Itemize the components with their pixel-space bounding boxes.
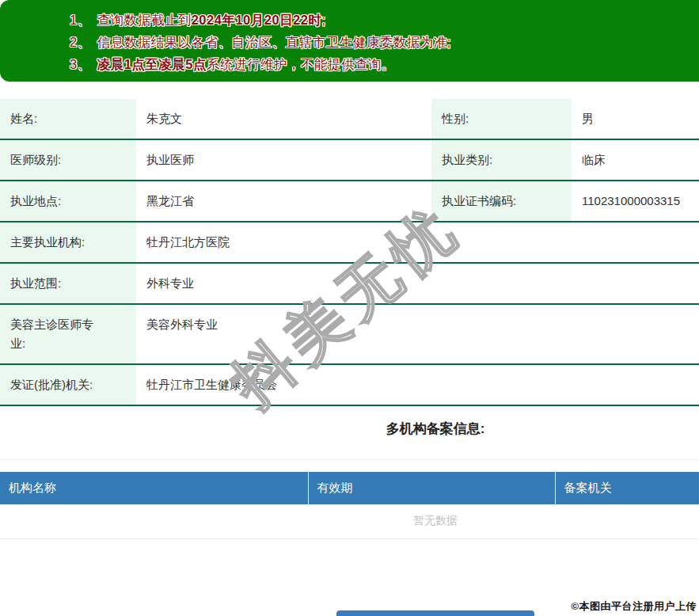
field-value-issuing-authority: 牡丹江市卫生健康委员会: [136, 364, 699, 405]
page: 1、查询数据截止到2024年10月20日22时; 2、信息数据结果以各省、自治区…: [0, 0, 699, 616]
corner-watermark: ©本图由平台注册用户上传: [571, 599, 697, 614]
records-header-row: 机构名称 有效期 备案机关: [0, 472, 699, 504]
field-label-name: 姓名:: [0, 99, 136, 139]
field-value-main-institution: 牡丹江北方医院: [136, 222, 699, 263]
field-label-practice-scope: 执业范围:: [0, 263, 136, 304]
field-value-cosmetic-specialty: 美容外科专业: [136, 304, 699, 364]
notice-text: 查询数据截止到: [97, 13, 192, 27]
table-row: 医师级别: 执业医师 执业类别: 临床: [0, 139, 699, 181]
field-label-issuing-authority: 发证(批准)机关:: [0, 364, 136, 405]
field-value-practice-location: 黑龙江省: [136, 181, 431, 222]
table-row: 执业地点: 黑龙江省 执业证书编码: 110231000003315: [0, 181, 699, 222]
close-window-button[interactable]: 〖关闭窗口〗: [336, 610, 534, 616]
empty-data-message: 暂无数据: [0, 504, 699, 539]
table-row: 姓名: 朱克文 性别: 男: [0, 99, 699, 139]
field-value-certificate-no: 110231000003315: [572, 181, 699, 222]
notice-line-1: 1、查询数据截止到2024年10月20日22时;: [0, 9, 699, 31]
field-label-practice-location: 执业地点:: [0, 181, 136, 222]
table-row: 美容主诊医师专业: 美容外科专业: [0, 304, 699, 364]
table-row: 主要执业机构: 牡丹江北方医院: [0, 222, 699, 263]
field-label-doctor-level: 医师级别:: [0, 139, 136, 181]
field-value-gender: 男: [572, 99, 699, 139]
field-value-practice-scope: 外科专业: [136, 263, 699, 304]
field-label-practice-category: 执业类别:: [431, 139, 572, 181]
field-label-main-institution: 主要执业机构:: [0, 222, 136, 263]
column-header-record-authority: 备案机关: [555, 472, 699, 504]
field-label-cosmetic-specialty: 美容主诊医师专业:: [0, 304, 136, 364]
field-value-practice-category: 临床: [572, 139, 699, 181]
notice-text-bold: 凌晨1点至凌晨5点: [97, 57, 207, 71]
table-row: 发证(批准)机关: 牡丹江市卫生健康委员会: [0, 364, 699, 405]
table-row: 执业范围: 外科专业: [0, 263, 699, 304]
notice-text-bold: 2024年10月20日22时: [192, 13, 322, 27]
notice-number: 2、: [70, 35, 91, 49]
notice-text: ;: [321, 13, 325, 27]
records-empty-row: 暂无数据: [0, 504, 699, 539]
notice-number: 1、: [70, 13, 91, 27]
field-value-name: 朱克文: [136, 99, 431, 139]
field-label-gender: 性别:: [431, 99, 572, 139]
column-header-institution-name: 机构名称: [0, 472, 308, 504]
notice-number: 3、: [70, 57, 91, 71]
notice-banner: 1、查询数据截止到2024年10月20日22时; 2、信息数据结果以各省、自治区…: [0, 0, 699, 82]
field-label-certificate-no: 执业证书编码:: [431, 181, 572, 222]
notice-line-2: 2、信息数据结果以各省、自治区、直辖市卫生健康委数据为准;: [0, 31, 699, 53]
notice-line-3: 3、凌晨1点至凌晨5点系统进行维护，不能提供查询。: [0, 53, 699, 75]
records-table: 机构名称 有效期 备案机关 暂无数据: [0, 472, 699, 539]
content-area: 1、查询数据截止到2024年10月20日22时; 2、信息数据结果以各省、自治区…: [0, 0, 699, 616]
records-panel: 机构名称 有效期 备案机关 暂无数据: [0, 459, 699, 539]
multi-institution-section-title: 多机构备案信息:: [0, 420, 699, 438]
field-value-doctor-level: 执业医师: [136, 139, 431, 181]
column-header-validity-period: 有效期: [308, 472, 555, 504]
notice-text: 信息数据结果以各省、自治区、直辖市卫生健康委数据为准;: [97, 35, 451, 49]
doctor-profile-table: 姓名: 朱克文 性别: 男 医师级别: 执业医师 执业类别: 临床 执业地点: …: [0, 99, 699, 406]
notice-text: 系统进行维护，不能提供查询。: [207, 57, 395, 71]
